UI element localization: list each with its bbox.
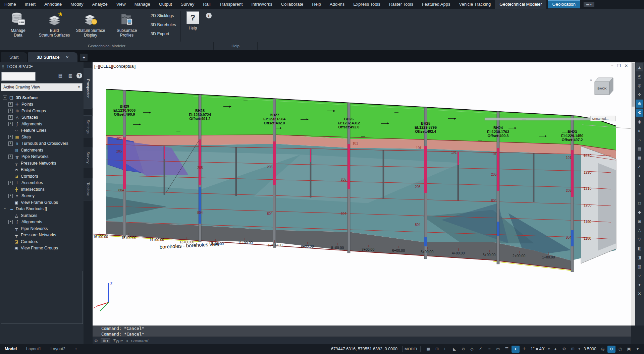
stratum-surface-display-button[interactable]: Stratum SurfaceDisplay [72,10,109,42]
tree-item-bridges[interactable]: ≍Bridges [0,167,84,173]
tree-expander-icon[interactable]: + [8,115,13,120]
tree-item-surfaces[interactable]: △Surfaces [0,212,84,219]
home-icon[interactable]: ⌂ [590,78,592,81]
tree-item-point-groups[interactable]: +⊕Point Groups [0,108,84,114]
tree-expander-icon[interactable]: + [8,220,13,224]
menu-tab-home[interactable]: Home [0,0,20,9]
grid-icon[interactable]: ▦ [424,346,432,353]
help-button[interactable]: ?Help [182,10,204,42]
tree-expander-icon[interactable]: + [8,194,13,198]
viewcube[interactable]: BACK⌂ [590,78,613,95]
center-tool-icon[interactable]: ⌖ [636,172,643,180]
panel-display-icon[interactable]: ▥ [66,73,74,80]
item-view-toggle-icon[interactable]: ▤ [56,73,64,80]
pan-icon[interactable]: ✛ [636,91,643,99]
tree-expander-icon[interactable]: + [8,141,13,146]
3d-export-button[interactable]: 3D Export [151,30,176,39]
tree-item-points[interactable]: +✛Points [0,101,84,108]
tree-item-assemblies[interactable]: +⊥Assemblies [0,180,84,186]
ribbon-panel-label[interactable]: Geotechnical Modeler [0,42,214,50]
annotation-scale-button[interactable]: 1" = 40' [531,347,545,351]
isolate-objects-icon[interactable]: ◎ [599,346,607,353]
view-selector-dropdown[interactable]: Active Drawing View ▼ [1,83,83,91]
tree-item-alignments[interactable]: +∫Alignments [0,219,84,226]
isodraft-icon[interactable]: ⊘ [459,346,467,353]
zoom-extents-icon[interactable]: ⊕ [636,100,643,108]
customize-wrench-icon[interactable]: ⚙ [94,339,98,343]
menu-tab-featured-apps[interactable]: Featured Apps [418,0,455,9]
3d-borehole-scene[interactable]: BH29El:1230.9006Offset:490.9BH28El:1230.… [93,62,631,326]
performance-icon[interactable]: ◷ [616,346,624,353]
chevron-down-icon[interactable]: ▼ [578,347,581,351]
grid-tool-icon[interactable]: ▦ [636,154,643,162]
tree-item-data-shortcuts-[interactable]: −☁Data Shortcuts [] [0,206,84,213]
tree-item-view-frame-groups[interactable]: ▣View Frame Groups [0,199,84,206]
chevron-down-icon[interactable]: ▼ [547,347,550,351]
menu-tab-help[interactable]: Help [308,0,325,9]
menu-tab-annotate[interactable]: Annotate [40,0,66,9]
menu-tab-geotechnical-modeler[interactable]: Geotechnical Modeler [495,0,546,9]
tree-expander-icon[interactable]: + [8,135,13,139]
tree-item-corridors[interactable]: ◪Corridors [0,238,84,245]
toolspace-title[interactable]: ⣿ TOOLSPACE [0,62,84,71]
menu-tab-geolocation[interactable]: Geolocation [548,0,580,8]
viewcube-tool-icon[interactable]: ◰ [636,72,643,80]
clean-screen-icon[interactable]: ▣ [625,346,633,353]
camera-tool-icon[interactable]: ◔ [636,181,643,189]
dot-tool-icon[interactable]: ● [636,281,643,289]
snap-icon[interactable]: ⊞ [433,346,441,353]
drawing-viewport[interactable]: [−][OLE1][Conceptual] − ❐ ✕ BH29El:1230.… [93,62,631,326]
tree-expander-icon[interactable]: − [3,207,7,211]
object-track-icon[interactable]: ∠ [477,346,485,353]
menu-tab-transparent[interactable]: Transparent [215,0,247,9]
info-icon[interactable]: i [206,13,212,18]
tree-item-corridors[interactable]: ◪Corridors [0,173,84,180]
menu-tab-rail[interactable]: Rail [199,0,215,9]
annotation-visibility-icon[interactable]: ▲ [551,346,559,353]
tree-item-3d-surface[interactable]: −❏3D Surface [0,95,84,101]
viewport-window-controls[interactable]: − ❐ ✕ [611,63,630,68]
menu-overflow-button[interactable]: ▬ ▾ [584,2,594,7]
command-input-row[interactable]: ⚙ ▤ ▾ Type a command [93,337,631,344]
tree-item-alignments[interactable]: +∫Alignments [0,121,84,127]
tree-item-intersections[interactable]: ╋Intersections [0,186,84,193]
tree-expander-icon[interactable]: − [3,96,7,100]
circle-tool-icon[interactable]: ○ [636,272,643,280]
menu-tab-add-ins[interactable]: Add-ins [325,0,349,9]
toolspace-tab-toolbox[interactable]: Toolbox [84,178,93,200]
new-drawing-tab-button[interactable]: + [80,54,88,61]
layer-tool-icon[interactable]: ▤ [636,145,643,153]
object-snap-icon[interactable]: ◇ [468,346,476,353]
3d-osnap-icon[interactable]: ⌖ [512,346,520,353]
tree-item-surfaces[interactable]: +△Surfaces [0,114,84,121]
scroll-up-icon[interactable]: ▲ [636,63,643,71]
status-customize-icon[interactable]: ▾ [634,346,642,353]
selection-cycling-icon[interactable]: ☰ [503,346,511,353]
model-space-button[interactable]: MODEL [402,346,421,352]
menu-tab-collaborate[interactable]: Collaborate [277,0,308,9]
tree-expander-icon[interactable]: + [8,122,13,126]
close-tool-icon[interactable]: ✕ [636,290,643,298]
half-right-icon[interactable]: ◨ [636,253,643,261]
close-icon[interactable]: ✕ [65,55,69,60]
polar-tracking-icon[interactable]: ◣ [450,346,459,353]
lines-tool-icon[interactable]: ▥ [636,262,643,271]
tree-expander-icon[interactable]: + [8,155,13,159]
tree-expander-icon[interactable]: + [8,181,13,185]
tree-item-catchments[interactable]: ▧Catchments [0,147,84,154]
menu-tab-express-tools[interactable]: Express Tools [349,0,385,9]
viewcube-face-label[interactable]: BACK [597,86,607,90]
orbit-icon[interactable]: ⟲ [636,109,643,117]
toolspace-tab-prospector[interactable]: Prospector [84,68,93,109]
toolspace-search-input[interactable] [1,72,36,81]
half-left-icon[interactable]: ◧ [636,244,643,252]
angle-tool-icon[interactable]: ∠ [636,163,643,171]
list-tool-icon[interactable]: ≡ [636,190,643,198]
menu-tab-view[interactable]: View [112,0,130,9]
tree-item-pressure-networks[interactable]: ╤Pressure Networks [0,160,84,167]
ortho-icon[interactable]: ∟ [442,346,450,353]
viewport-controls-label[interactable]: [−][OLE1][Conceptual] [94,64,136,69]
drawing-tab-3d-surface[interactable]: 3D Surface✕ [28,52,77,62]
ribbon-panel-label[interactable]: Help [214,42,258,50]
manage-data-button[interactable]: ManageData [0,10,36,42]
